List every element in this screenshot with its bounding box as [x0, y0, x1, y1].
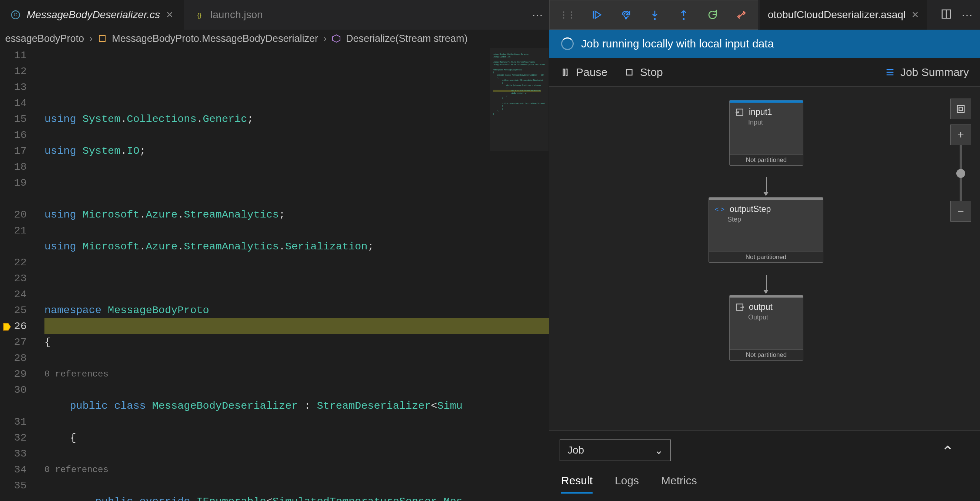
svg-point-7: [654, 18, 656, 20]
svg-point-6: [625, 18, 627, 20]
diagram-node-output[interactable]: output Output Not partitioned: [729, 295, 803, 361]
step-out-button[interactable]: [677, 8, 690, 21]
output-icon: [735, 302, 745, 312]
class-icon: [98, 34, 107, 43]
code-editor[interactable]: 11121314 15161718 192021 222324 25262728…: [0, 48, 549, 501]
chevron-down-icon: ⌄: [654, 444, 663, 456]
restart-button[interactable]: [706, 8, 719, 21]
tab-result[interactable]: Result: [561, 474, 593, 494]
breadcrumb-segment[interactable]: Deserialize(Stream stream): [346, 33, 468, 45]
job-status-banner: Job running locally with local input dat…: [549, 30, 980, 58]
tab-label: otobufCloudDeserializer.asaql: [768, 9, 905, 21]
svg-rect-16: [959, 107, 962, 110]
arrow-head-icon: [763, 192, 768, 196]
line-gutter: 11121314 15161718 192021 222324 25262728…: [0, 48, 45, 501]
step-into-button[interactable]: [648, 8, 662, 21]
results-panel: Job ⌄ ⌃ Result Logs Metrics: [549, 431, 980, 501]
editor-tab-bar: C MessageBodyDeserializer.cs ✕ {} launch…: [0, 0, 549, 30]
diagram-arrow: [766, 275, 767, 290]
csharp-icon: C: [10, 10, 21, 20]
debug-toolbar: ⋮⋮: [549, 0, 758, 30]
breadcrumb-segment[interactable]: essageBodyProto: [5, 33, 84, 45]
diagram-arrow: [766, 177, 767, 192]
diagram-node-input[interactable]: input1 Input Not partitioned: [729, 100, 803, 166]
split-editor-icon[interactable]: [941, 8, 952, 21]
json-icon: {}: [194, 10, 204, 20]
method-icon: [332, 34, 341, 43]
zoom-fit-button[interactable]: [950, 99, 971, 119]
drag-handle-icon[interactable]: ⋮⋮: [559, 10, 575, 20]
disconnect-button[interactable]: [735, 8, 748, 21]
tab-metrics[interactable]: Metrics: [661, 474, 697, 494]
job-summary-button[interactable]: Job Summary: [885, 66, 969, 78]
tab-label: MessageBodyDeserializer.cs: [27, 9, 160, 21]
input-icon: [735, 107, 745, 117]
breadcrumb-segment[interactable]: MessageBodyProto.MessageBodyDeserializer: [112, 33, 318, 45]
chevron-right-icon: ›: [323, 33, 327, 45]
chevron-right-icon: ›: [89, 33, 92, 45]
step-over-button[interactable]: [619, 8, 633, 21]
code-icon: < >: [714, 206, 725, 213]
zoom-in-button[interactable]: +: [950, 124, 971, 145]
more-actions-icon[interactable]: ⋯: [961, 8, 973, 21]
svg-text:{}: {}: [197, 11, 202, 19]
right-tab-bar: ⋮⋮ otobufCloudDeserializer.asaql ✕ ⋯: [549, 0, 980, 30]
stop-button[interactable]: Stop: [624, 66, 663, 78]
expand-panel-icon[interactable]: ⌃: [942, 443, 956, 458]
job-selector[interactable]: Job ⌄: [560, 439, 671, 461]
continue-button[interactable]: [590, 8, 604, 21]
tab-logs[interactable]: Logs: [615, 474, 639, 494]
tab-asaql[interactable]: otobufCloudDeserializer.asaql ✕: [760, 0, 927, 30]
zoom-slider[interactable]: [959, 145, 962, 201]
svg-text:< >: < >: [715, 206, 724, 213]
svg-rect-11: [626, 69, 632, 75]
close-icon[interactable]: ✕: [912, 10, 919, 20]
minimap[interactable]: using System.Collections.Generic; using …: [490, 48, 549, 151]
svg-text:C: C: [14, 12, 17, 18]
svg-point-8: [683, 18, 685, 20]
zoom-controls: + −: [950, 99, 971, 222]
zoom-out-button[interactable]: −: [950, 201, 971, 222]
tab-label: launch.json: [210, 9, 263, 21]
spinner-icon: [561, 37, 574, 50]
breadcrumb: essageBodyProto › MessageBodyProto.Messa…: [0, 30, 549, 48]
result-tab-bar: Result Logs Metrics: [560, 461, 970, 497]
job-status-text: Job running locally with local input dat…: [581, 37, 774, 50]
diagram-node-step[interactable]: < > outputStep Step Not partitioned: [708, 197, 823, 263]
svg-rect-15: [958, 105, 964, 113]
current-execution-pointer-icon: [2, 321, 12, 330]
tab-launch-json[interactable]: {} launch.json: [184, 0, 273, 30]
arrow-head-icon: [763, 290, 768, 294]
job-diagram[interactable]: input1 Input Not partitioned < > outputS…: [549, 87, 980, 431]
tab-message-body-deserializer[interactable]: C MessageBodyDeserializer.cs ✕: [0, 0, 184, 30]
job-control-row: Pause Stop Job Summary: [549, 58, 980, 87]
tab-overflow-button[interactable]: ⋯: [527, 0, 549, 30]
svg-rect-3: [99, 35, 105, 41]
pause-button[interactable]: Pause: [560, 66, 608, 78]
close-icon[interactable]: ✕: [166, 10, 173, 20]
